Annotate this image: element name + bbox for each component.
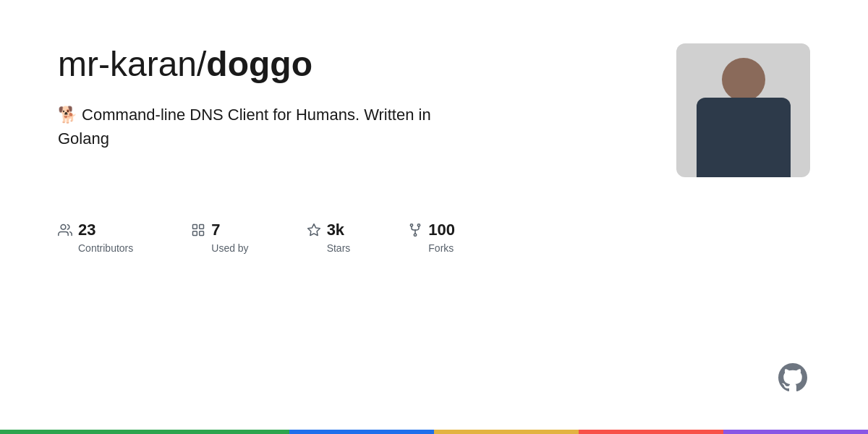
star-icon xyxy=(307,223,321,237)
repo-owner: mr-karan/ xyxy=(58,45,206,83)
forks-icon xyxy=(408,223,422,237)
svg-rect-2 xyxy=(200,225,204,229)
svg-marker-5 xyxy=(307,224,320,236)
stats-section: 23 Contributors 7 Used by 3 xyxy=(0,177,868,254)
stars-label: Stars xyxy=(307,242,351,254)
bottom-bar-purple xyxy=(723,430,868,434)
repo-title: mr-karan/doggo xyxy=(58,43,564,85)
stat-stars: 3k Stars xyxy=(307,221,351,254)
bottom-bar-red xyxy=(579,430,723,434)
avatar-section xyxy=(676,43,810,177)
svg-rect-4 xyxy=(193,231,197,236)
bottom-bar-yellow xyxy=(434,430,579,434)
forks-label: Forks xyxy=(408,242,454,254)
repo-description: 🐕 Command-line DNS Client for Humans. Wr… xyxy=(58,103,463,150)
stat-used-by: 7 Used by xyxy=(191,221,248,254)
svg-rect-1 xyxy=(193,225,197,229)
avatar xyxy=(676,43,810,177)
bottom-bar xyxy=(0,430,868,434)
stat-forks: 100 Forks xyxy=(408,221,455,254)
bottom-bar-green xyxy=(0,430,289,434)
used-by-count: 7 xyxy=(211,221,220,239)
forks-count: 100 xyxy=(428,221,455,239)
used-by-label: Used by xyxy=(191,242,248,254)
stars-count: 3k xyxy=(327,221,344,239)
contributors-label: Contributors xyxy=(58,242,133,254)
svg-point-0 xyxy=(61,225,66,230)
left-section: mr-karan/doggo 🐕 Command-line DNS Client… xyxy=(58,43,564,150)
repo-name: doggo xyxy=(206,45,312,83)
bottom-bar-blue xyxy=(289,430,434,434)
github-logo xyxy=(775,360,810,398)
contributors-icon xyxy=(58,223,72,237)
contributors-count: 23 xyxy=(78,221,95,239)
stat-contributors: 23 Contributors xyxy=(58,221,133,254)
used-by-icon xyxy=(191,223,205,237)
svg-rect-3 xyxy=(200,231,204,236)
